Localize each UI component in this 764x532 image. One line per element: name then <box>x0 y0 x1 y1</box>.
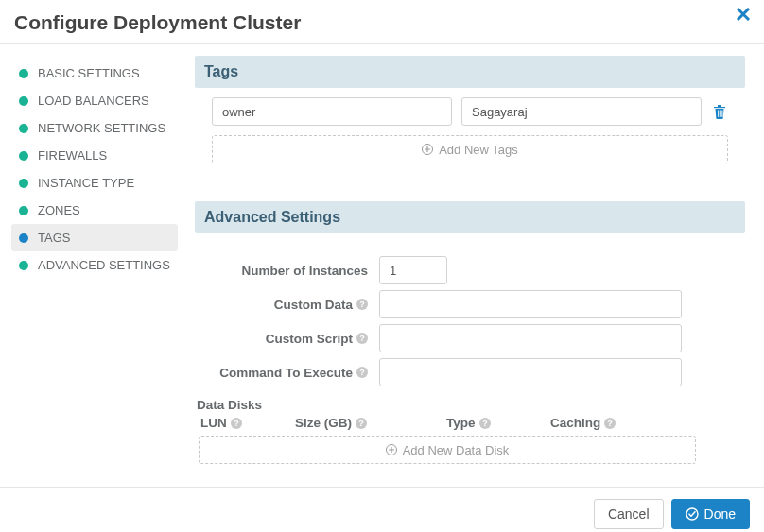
svg-text:?: ? <box>359 334 365 343</box>
col-type: Type ? <box>446 416 550 430</box>
cancel-button[interactable]: Cancel <box>594 499 664 529</box>
add-tag-row: Add New Tags <box>195 135 745 173</box>
check-circle-icon <box>686 507 699 521</box>
close-icon[interactable] <box>737 8 750 21</box>
button-label: Cancel <box>608 506 650 522</box>
sidebar-item-label: BASIC SETTINGS <box>38 66 140 80</box>
help-icon[interactable]: ? <box>356 418 367 429</box>
sidebar-item-firewalls[interactable]: FIREWALLS <box>11 142 178 169</box>
svg-text:?: ? <box>359 300 365 309</box>
custom-data-input[interactable] <box>379 290 682 318</box>
label-text: LUN <box>200 416 227 430</box>
advanced-section-title: Advanced Settings <box>195 201 745 233</box>
custom-data-label: Custom Data ? <box>195 298 379 312</box>
add-new-tags-button[interactable]: Add New Tags <box>212 135 728 163</box>
tag-value-input[interactable] <box>461 97 702 126</box>
trash-icon[interactable] <box>711 103 728 120</box>
help-icon[interactable]: ? <box>604 418 616 429</box>
sidebar-item-label: ZONES <box>38 203 80 217</box>
command-label: Command To Execute ? <box>195 366 379 380</box>
label-text: Custom Data <box>274 298 353 312</box>
svg-text:?: ? <box>482 419 488 428</box>
sidebar-item-advanced-settings[interactable]: ADVANCED SETTINGS <box>11 251 178 279</box>
form-row-custom-data: Custom Data ? <box>195 290 745 318</box>
help-icon[interactable]: ? <box>356 333 368 344</box>
label-text: Type <box>446 416 476 430</box>
status-dot-icon <box>19 69 28 78</box>
status-dot-icon <box>19 96 28 106</box>
num-instances-label: Number of Instances <box>195 264 379 278</box>
sidebar-item-label: LOAD BALANCERS <box>38 94 149 108</box>
tags-section-title: Tags <box>195 56 745 88</box>
page-title: Configure Deployment Cluster <box>14 11 301 34</box>
col-caching: Caching ? <box>550 416 745 430</box>
status-dot-icon <box>19 233 28 243</box>
custom-script-input[interactable] <box>379 324 682 352</box>
col-size: Size (GB) ? <box>295 416 446 430</box>
help-icon[interactable]: ? <box>479 418 491 429</box>
status-dot-icon <box>19 206 28 215</box>
add-new-tags-label: Add New Tags <box>439 143 518 157</box>
modal-header: Configure Deployment Cluster <box>0 0 764 44</box>
form-row-custom-script: Custom Script ? <box>195 324 745 352</box>
label-text: Command To Execute <box>219 366 353 380</box>
settings-nav: BASIC SETTINGS LOAD BALANCERS NETWORK SE… <box>0 56 189 464</box>
svg-text:?: ? <box>359 368 365 377</box>
main-content: Tags Add New Tags <box>189 56 764 464</box>
status-dot-icon <box>19 151 28 161</box>
modal-body: BASIC SETTINGS LOAD BALANCERS NETWORK SE… <box>0 44 764 487</box>
label-text: Number of Instances <box>241 264 368 278</box>
label-text: Custom Script <box>266 332 353 346</box>
add-data-disk-label: Add New Data Disk <box>403 443 510 457</box>
data-disks-heading: Data Disks <box>195 392 745 416</box>
label-text: Caching <box>550 416 600 430</box>
help-icon[interactable]: ? <box>356 367 368 378</box>
sidebar-item-label: INSTANCE TYPE <box>38 176 134 190</box>
sidebar-item-basic-settings[interactable]: BASIC SETTINGS <box>11 60 178 87</box>
svg-text:?: ? <box>608 419 614 428</box>
svg-text:?: ? <box>358 419 364 428</box>
num-instances-input[interactable] <box>379 256 447 284</box>
sidebar-item-label: TAGS <box>38 231 70 245</box>
done-button[interactable]: Done <box>671 499 750 529</box>
command-input[interactable] <box>379 358 682 386</box>
modal-footer: Cancel Done <box>0 487 764 532</box>
button-label: Done <box>704 506 736 522</box>
custom-script-label: Custom Script ? <box>195 332 379 346</box>
tag-row <box>195 97 745 135</box>
sidebar-item-label: NETWORK SETTINGS <box>38 121 165 135</box>
tag-key-input[interactable] <box>212 97 452 126</box>
help-icon[interactable]: ? <box>356 299 368 310</box>
sidebar-item-load-balancers[interactable]: LOAD BALANCERS <box>11 87 178 114</box>
status-dot-icon <box>19 179 28 188</box>
status-dot-icon <box>19 261 28 270</box>
add-new-data-disk-button[interactable]: Add New Data Disk <box>199 436 696 464</box>
data-disks-header-row: LUN ? Size (GB) ? Type ? <box>195 416 745 436</box>
help-icon[interactable]: ? <box>231 418 242 429</box>
sidebar-item-tags[interactable]: TAGS <box>11 224 178 251</box>
col-lun: LUN ? <box>200 416 295 430</box>
sidebar-item-label: ADVANCED SETTINGS <box>38 258 170 272</box>
status-dot-icon <box>19 124 28 133</box>
sidebar-item-zones[interactable]: ZONES <box>11 197 178 224</box>
sidebar-item-label: FIREWALLS <box>38 148 107 163</box>
sidebar-item-network-settings[interactable]: NETWORK SETTINGS <box>11 114 178 142</box>
form-row-num-instances: Number of Instances <box>195 256 745 284</box>
sidebar-item-instance-type[interactable]: INSTANCE TYPE <box>11 169 178 197</box>
plus-circle-icon <box>422 144 433 155</box>
label-text: Size (GB) <box>295 416 352 430</box>
configure-deployment-cluster-modal: Configure Deployment Cluster BASIC SETTI… <box>0 0 764 532</box>
plus-circle-icon <box>386 444 397 455</box>
data-disks-body: Add New Data Disk <box>195 436 745 464</box>
form-row-command: Command To Execute ? <box>195 358 745 386</box>
svg-text:?: ? <box>234 419 239 428</box>
